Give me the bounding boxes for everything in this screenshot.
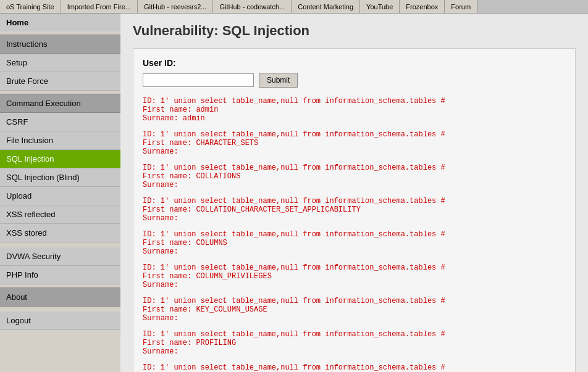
app-container: Home Instructions Setup Brute Force Comm…	[0, 14, 588, 372]
output-line: First name: admin	[143, 105, 566, 114]
sidebar-item-file-inclusion[interactable]: File Inclusion	[0, 131, 120, 150]
output-line: First name: COLLATION_CHARACTER_SET_APPL…	[143, 205, 566, 214]
page-title: Vulnerability: SQL Injection	[133, 23, 576, 39]
sidebar-item-logout[interactable]: Logout	[0, 312, 120, 330]
output-line: Surname:	[143, 314, 566, 323]
submit-button[interactable]: Submit	[259, 73, 298, 88]
output-line: First name: COLUMN_PRIVILEGES	[143, 272, 566, 281]
sidebar-item-xss-reflected[interactable]: XSS reflected	[0, 205, 120, 224]
tab-github-codewatch[interactable]: GitHub - codewatch...	[213, 0, 292, 13]
output-line: ID: 1' union select table_name,null from…	[143, 230, 566, 239]
sidebar-item-sql-injection[interactable]: SQL Injection	[0, 150, 120, 168]
sidebar-item-instructions[interactable]: Instructions	[0, 35, 120, 54]
tab-content-marketing[interactable]: Content Marketing	[292, 0, 360, 13]
output-line: ID: 1' union select table_name,null from…	[143, 197, 566, 205]
sidebar: Home Instructions Setup Brute Force Comm…	[0, 14, 120, 372]
output-block: ID: 1' union select table_name,null from…	[143, 330, 566, 356]
sidebar-item-about[interactable]: About	[0, 287, 120, 307]
output-block: ID: 1' union select table_name,null from…	[143, 197, 566, 223]
input-row: Submit	[143, 73, 566, 88]
output-line: First name: CHARACTER_SETS	[143, 139, 566, 147]
output-line: First name: COLUMNS	[143, 239, 566, 247]
output-block: ID: 1' union select table_name,null from…	[143, 363, 566, 372]
content-box: User ID: Submit ID: 1' union select tabl…	[133, 48, 576, 372]
output-block: ID: 1' union select table_name,null from…	[143, 163, 566, 189]
output-line: Surname:	[143, 147, 566, 156]
sidebar-item-home[interactable]: Home	[0, 14, 120, 31]
output-line: Surname:	[143, 247, 566, 256]
main-content: Vulnerability: SQL Injection User ID: Su…	[120, 14, 588, 372]
sidebar-item-dvwa-security[interactable]: DVWA Security	[0, 247, 120, 266]
user-id-input[interactable]	[143, 73, 254, 87]
output-line: Surname:	[143, 347, 566, 356]
output-line: ID: 1' union select table_name,null from…	[143, 363, 566, 372]
sidebar-item-upload[interactable]: Upload	[0, 187, 120, 205]
output-block: ID: 1' union select table_name,null from…	[143, 230, 566, 256]
sidebar-item-php-info[interactable]: PHP Info	[0, 266, 120, 284]
output-line: ID: 1' union select table_name,null from…	[143, 97, 566, 105]
output-line: First name: PROFILING	[143, 339, 566, 347]
tab-github-reevesrs[interactable]: GitHub - reevesrs2...	[138, 0, 213, 13]
output-line: Surname: admin	[143, 114, 566, 123]
sidebar-item-command-execution[interactable]: Command Execution	[0, 94, 120, 113]
output-line: ID: 1' union select table_name,null from…	[143, 130, 566, 139]
output-line: Surname:	[143, 281, 566, 289]
output-area: ID: 1' union select table_name,null from…	[143, 97, 566, 372]
tab-forum[interactable]: Forum	[445, 0, 477, 13]
user-id-label: User ID:	[143, 58, 566, 68]
tab-youtube[interactable]: YouTube	[360, 0, 400, 13]
sidebar-item-csrf[interactable]: CSRF	[0, 113, 120, 131]
sidebar-item-xss-stored[interactable]: XSS stored	[0, 224, 120, 242]
tab-frozenbox[interactable]: Frozenbox	[400, 0, 445, 13]
output-block: ID: 1' union select table_name,null from…	[143, 297, 566, 323]
output-line: ID: 1' union select table_name,null from…	[143, 330, 566, 339]
output-line: Surname:	[143, 214, 566, 223]
output-line: ID: 1' union select table_name,null from…	[143, 263, 566, 272]
output-line: First name: KEY_COLUMN_USAGE	[143, 305, 566, 314]
sidebar-item-brute-force[interactable]: Brute Force	[0, 72, 120, 91]
output-line: Surname:	[143, 181, 566, 189]
browser-tabs: oS Training Site Imported From Fire... G…	[0, 0, 588, 14]
sidebar-item-sql-injection-blind[interactable]: SQL Injection (Blind)	[0, 168, 120, 187]
output-line: ID: 1' union select table_name,null from…	[143, 163, 566, 172]
output-block: ID: 1' union select table_name,null from…	[143, 263, 566, 289]
output-line: ID: 1' union select table_name,null from…	[143, 297, 566, 305]
sidebar-item-setup[interactable]: Setup	[0, 54, 120, 72]
output-block: ID: 1' union select table_name,null from…	[143, 97, 566, 123]
tab-imported-from[interactable]: Imported From Fire...	[61, 0, 138, 13]
output-block: ID: 1' union select table_name,null from…	[143, 130, 566, 156]
tab-os-training[interactable]: oS Training Site	[0, 0, 61, 13]
output-line: First name: COLLATIONS	[143, 172, 566, 181]
